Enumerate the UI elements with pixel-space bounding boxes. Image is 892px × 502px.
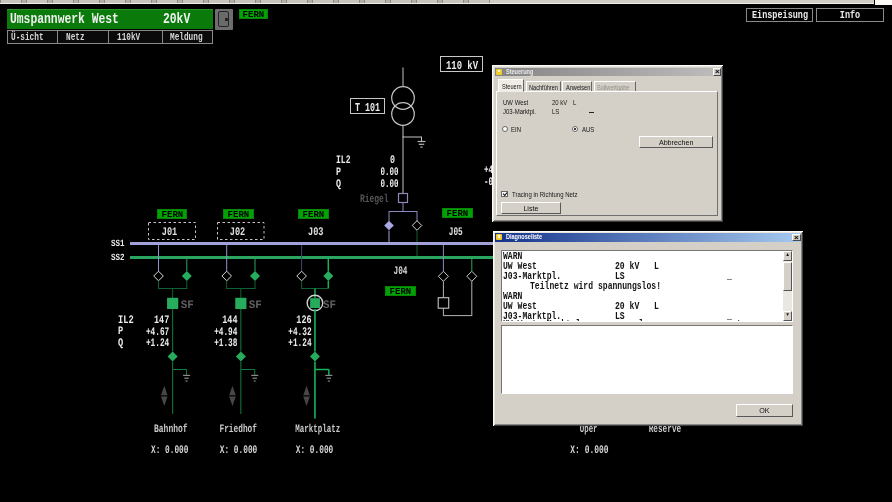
svg-text:J05: J05 bbox=[449, 226, 463, 239]
svg-text:+1.24: +1.24 bbox=[288, 337, 311, 350]
svg-text:X: 0.000: X: 0.000 bbox=[151, 444, 189, 457]
svg-text:X: 0.000: X: 0.000 bbox=[220, 444, 258, 457]
svg-text:Friedhof: Friedhof bbox=[220, 423, 258, 436]
svg-text:T 101: T 101 bbox=[355, 101, 380, 115]
svg-text:Q: Q bbox=[336, 178, 341, 191]
svg-text:SS1: SS1 bbox=[111, 238, 125, 249]
svg-text:Marktplatz: Marktplatz bbox=[295, 423, 340, 436]
svg-text:X: 0.000: X: 0.000 bbox=[296, 444, 334, 457]
svg-text:SF: SF bbox=[249, 299, 262, 312]
svg-text:+1.38: +1.38 bbox=[214, 337, 237, 350]
svg-text:SF: SF bbox=[323, 299, 336, 312]
svg-text:+1.24: +1.24 bbox=[146, 337, 169, 350]
svg-text:J01: J01 bbox=[162, 226, 178, 239]
svg-text:X: 0.000: X: 0.000 bbox=[570, 444, 608, 457]
svg-text:J03: J03 bbox=[308, 226, 324, 239]
svg-text:Q: Q bbox=[118, 337, 123, 350]
svg-text:SS2: SS2 bbox=[111, 252, 125, 263]
svg-text:110 kV: 110 kV bbox=[446, 59, 479, 73]
svg-text:Riegel: Riegel bbox=[360, 193, 389, 206]
svg-text:Bahnhof: Bahnhof bbox=[154, 423, 188, 436]
svg-text:0.00: 0.00 bbox=[381, 178, 399, 191]
svg-text:J04: J04 bbox=[394, 265, 408, 278]
svg-text:SF: SF bbox=[181, 299, 194, 312]
svg-text:J02: J02 bbox=[230, 226, 246, 239]
